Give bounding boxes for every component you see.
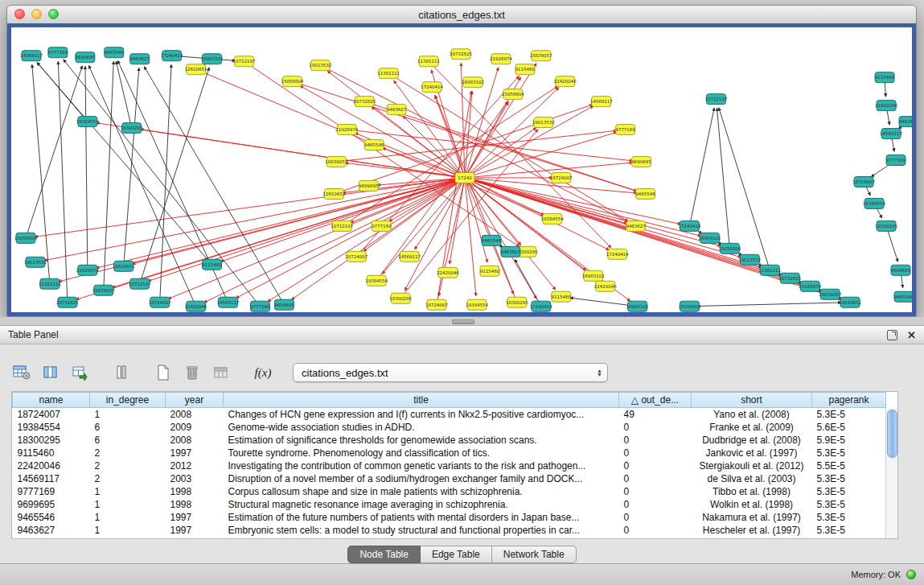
table-row[interactable]: 946554611997Estimation of the future num… <box>13 511 886 524</box>
graph-node[interactable]: 15056804 <box>679 301 701 311</box>
graph-node[interactable]: 18724007 <box>550 172 573 183</box>
table-cell[interactable]: 9699695 <box>13 498 90 511</box>
table-cell[interactable]: Wolkin et al. (1998) <box>692 498 812 511</box>
table-cell[interactable]: 5.3E-5 <box>812 498 886 511</box>
table-row[interactable]: 1456911722003Disruption of a novel membe… <box>13 472 886 485</box>
table-row[interactable]: 911546021997Tourette syndrome. Phenomeno… <box>13 447 886 459</box>
graph-node[interactable]: 9465546 <box>635 188 655 199</box>
table-vertical-scrollbar[interactable] <box>885 408 897 538</box>
graph-node[interactable]: 17240414 <box>421 82 443 93</box>
table-cell[interactable]: Tibbo et al. (1998) <box>692 485 812 498</box>
graph-node[interactable]: 18839057 <box>325 157 347 167</box>
graph-node[interactable]: 21926974 <box>76 265 99 275</box>
graph-node[interactable]: 9777169 <box>372 220 392 231</box>
graph-node[interactable]: 19013532 <box>738 254 761 265</box>
table-cell[interactable]: 6 <box>90 421 166 434</box>
graph-node[interactable]: 10712197 <box>129 278 151 289</box>
graph-node[interactable]: 18724007 <box>149 297 171 307</box>
graph-node[interactable]: 17240414 <box>679 220 701 231</box>
panel-splitter[interactable] <box>0 317 924 325</box>
column-header-in_degree[interactable]: in_degree <box>90 393 166 408</box>
graph-node[interactable]: 18839057 <box>819 289 841 299</box>
table-cell[interactable]: 5.3E-5 <box>812 485 886 498</box>
delete-table-button[interactable] <box>182 362 203 383</box>
table-cell[interactable]: 9463627 <box>13 524 90 537</box>
table-cell[interactable]: Embryonic stem cells: a model to study s… <box>224 524 619 537</box>
table-row[interactable]: 1830029562008Estimation of significance … <box>13 434 886 447</box>
column-header-out_de[interactable]: △ out_de... <box>619 393 692 408</box>
graph-node[interactable]: 22420046 <box>437 267 459 278</box>
graph-node[interactable]: 9115460 <box>202 259 222 270</box>
close-panel-icon[interactable]: ✕ <box>907 331 916 340</box>
table-cell[interactable]: 5.3E-5 <box>812 524 886 537</box>
close-window-button[interactable] <box>14 9 25 19</box>
graph-node[interactable]: 16983102 <box>626 301 649 311</box>
graph-node[interactable]: 18724007 <box>345 251 368 262</box>
table-cell[interactable]: 9115460 <box>13 447 90 459</box>
graph-node[interactable]: 15056804 <box>281 76 303 87</box>
table-cell[interactable]: 2008 <box>166 434 224 447</box>
table-cell[interactable]: Franke et al. (2009) <box>692 421 812 434</box>
table-cell[interactable]: 1 <box>90 524 166 537</box>
table-cell[interactable]: 2 <box>90 447 166 459</box>
graph-node[interactable]: 9115460 <box>480 266 500 276</box>
table-row[interactable]: 946362711997Embryonic stem cells: a mode… <box>13 524 886 537</box>
graph-node[interactable]: 9699695 <box>274 299 294 310</box>
graph-node[interactable]: 9115460 <box>552 291 572 302</box>
table-cell[interactable]: 0 <box>619 421 692 434</box>
table-cell[interactable]: 18300295 <box>13 434 90 447</box>
graph-node[interactable]: 9699695 <box>359 180 379 191</box>
graph-node[interactable]: 14569117 <box>880 129 902 139</box>
table-cell[interactable]: 1 <box>90 511 166 524</box>
graph-node[interactable]: 16983102 <box>582 270 605 281</box>
table-cell[interactable]: 49 <box>619 408 692 422</box>
table-cell[interactable]: 9465546 <box>13 511 90 524</box>
export-table-button[interactable] <box>69 362 90 383</box>
graph-node[interactable]: 11381111 <box>758 265 781 275</box>
table-cell[interactable]: 5.6E-5 <box>812 421 886 434</box>
graph-node[interactable]: 11381111 <box>39 278 61 289</box>
column-header-title[interactable]: title <box>224 393 619 408</box>
table-cell[interactable]: 0 <box>619 485 692 498</box>
float-panel-icon[interactable] <box>887 330 897 340</box>
table-cell[interactable]: 2003 <box>166 472 224 485</box>
table-cell[interactable]: Dudbridge et al. (2008) <box>692 434 812 447</box>
graph-node[interactable]: 14569117 <box>590 97 613 107</box>
table-cell[interactable]: Estimation of the future numbers of pati… <box>224 511 619 524</box>
graph-node[interactable]: 22420046 <box>875 101 897 111</box>
table-cell[interactable]: 0 <box>619 434 692 447</box>
table-row[interactable]: 1872400712008Changes of HCN gene express… <box>13 408 886 422</box>
graph-node[interactable]: 19384554 <box>365 275 388 286</box>
graph-node[interactable]: 17240 <box>455 172 474 183</box>
graph-node[interactable]: 19384554 <box>541 213 564 224</box>
table-cell[interactable]: 19384554 <box>13 421 90 434</box>
graph-node[interactable]: 16983102 <box>698 233 721 243</box>
table-cell[interactable]: 5.5E-5 <box>812 459 886 472</box>
graph-node[interactable]: 18300295 <box>121 123 143 134</box>
graph-node[interactable]: 11381111 <box>417 56 440 67</box>
table-cell[interactable]: 0 <box>619 511 692 524</box>
column-header-short[interactable]: short <box>692 393 812 408</box>
graph-node[interactable]: 18724007 <box>425 299 448 310</box>
table-cell[interactable]: 5.3E-5 <box>812 511 886 524</box>
graph-node[interactable]: 9699695 <box>76 52 96 63</box>
graph-node[interactable]: 16983102 <box>201 54 224 64</box>
graph-node[interactable]: 19384554 <box>863 198 885 208</box>
table-row[interactable]: 969969511998Structural magnetic resonanc… <box>13 498 886 511</box>
table-cell[interactable]: 22420046 <box>13 459 90 472</box>
graph-node[interactable]: 15056804 <box>502 89 524 100</box>
table-cell[interactable]: Stergiakouli et al. (2012) <box>692 459 812 472</box>
table-cell[interactable]: 2012 <box>166 459 224 472</box>
column-header-name[interactable]: name <box>13 393 90 408</box>
tab-node-table[interactable]: Node Table <box>347 546 421 563</box>
column-header-pagerank[interactable]: pagerank <box>812 393 886 408</box>
table-cell[interactable]: 1 <box>90 485 166 498</box>
table-cell[interactable]: Genome-wide association studies in ADHD. <box>224 421 619 434</box>
table-cell[interactable]: 0 <box>619 498 692 511</box>
table-cell[interactable]: 1997 <box>166 447 224 459</box>
table-cell[interactable]: 18724007 <box>13 408 90 422</box>
graph-node[interactable]: 11381111 <box>377 68 400 79</box>
graph-node[interactable]: 9465546 <box>364 140 384 150</box>
minimize-window-button[interactable] <box>31 9 42 19</box>
graph-node[interactable]: 17240414 <box>606 249 629 259</box>
